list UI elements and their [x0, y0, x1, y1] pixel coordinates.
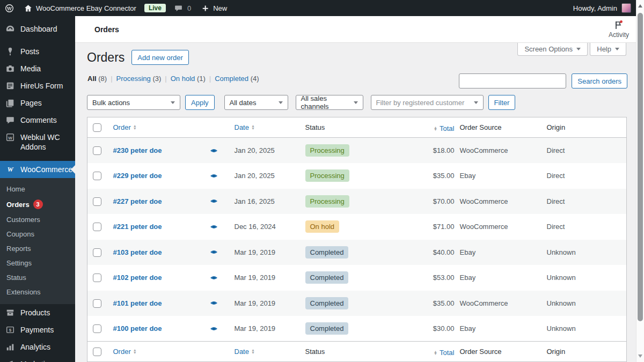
order-total: $35.00 — [421, 163, 455, 189]
order-origin: Unknown — [539, 240, 627, 265]
all-dates-select[interactable]: All dates — [224, 95, 288, 110]
howdy-account-menu[interactable]: Howdy, Admin — [573, 4, 617, 12]
sidebar-item-webkul-wc-addons[interactable]: W Webkul WC Addons — [0, 129, 75, 156]
row-checkbox[interactable] — [93, 299, 101, 308]
preview-eye-icon[interactable] — [210, 224, 229, 230]
row-checkbox[interactable] — [93, 146, 101, 155]
preview-eye-icon[interactable] — [210, 249, 229, 255]
row-checkbox[interactable] — [93, 324, 101, 333]
screen-options-tab[interactable]: Screen Options — [517, 43, 588, 56]
submenu-item-settings[interactable]: Settings — [0, 256, 75, 270]
form-icon — [5, 81, 15, 91]
order-link[interactable]: #221 peter doe — [113, 223, 162, 231]
submenu-item-reports[interactable]: Reports — [0, 241, 75, 256]
site-link[interactable]: WooCommerce Ebay Connector — [19, 0, 141, 16]
preview-eye-icon[interactable] — [210, 198, 229, 204]
row-checkbox[interactable] — [93, 172, 101, 180]
vertical-scrollbar[interactable] — [636, 0, 644, 362]
order-link[interactable]: #103 peter doe — [113, 248, 162, 256]
order-link[interactable]: #227 peter doe — [113, 197, 162, 205]
sidebar-item-payments[interactable]: $ Payments — [0, 321, 75, 338]
activity-button[interactable]: Activity — [609, 20, 629, 39]
scroll-down-arrow-icon[interactable] — [638, 354, 642, 358]
order-origin: Unknown — [539, 291, 627, 316]
preview-eye-icon[interactable] — [210, 275, 229, 280]
order-link[interactable]: #102 peter doe — [113, 274, 162, 282]
sidebar-item-comments[interactable]: Comments — [0, 112, 75, 129]
sidebar-item-posts[interactable]: Posts — [0, 43, 75, 60]
customer-filter-select[interactable]: Filter by registered customer — [371, 95, 484, 110]
sidebar-item-label: Posts — [20, 47, 39, 56]
bulk-actions-value: Bulk actions — [92, 99, 130, 107]
order-link[interactable]: #101 peter doe — [113, 299, 162, 307]
order-date: Jan 16, 2025 — [229, 189, 300, 215]
view-filter-all[interactable]: All (8) — [87, 75, 107, 83]
preview-eye-icon[interactable] — [210, 173, 229, 179]
new-content-button[interactable]: New — [196, 0, 232, 16]
status-badge: Completed — [305, 322, 349, 335]
user-avatar[interactable] — [621, 3, 631, 13]
order-link[interactable]: #100 peter doe — [113, 324, 162, 333]
sort-by-total-header[interactable]: ▲▼Total — [434, 349, 454, 357]
all-dates-value: All dates — [230, 99, 257, 107]
view-filter-completed[interactable]: Completed (4) — [215, 75, 259, 83]
sales-channels-select[interactable]: All sales channels — [296, 95, 363, 110]
help-tab[interactable]: Help — [590, 43, 626, 56]
sort-by-order-header[interactable]: Order▲▼ — [113, 348, 137, 356]
table-body: #230 peter doe Jan 20, 2025 Processing $… — [87, 138, 627, 342]
submenu-item-status[interactable]: Status — [0, 270, 75, 285]
select-all-checkbox[interactable] — [93, 123, 101, 132]
row-checkbox[interactable] — [93, 248, 101, 257]
order-link[interactable]: #230 peter doe — [113, 146, 162, 154]
main-content: Orders Activity Screen Options Help Orde… — [75, 16, 644, 362]
pushpin-icon — [5, 47, 15, 56]
filters-toolbar: Bulk actions Apply All dates All sales c… — [87, 95, 515, 110]
sidebar-item-dashboard[interactable]: Dashboard — [0, 20, 75, 38]
apply-button[interactable]: Apply — [185, 95, 215, 110]
preview-eye-icon[interactable] — [210, 148, 229, 153]
payments-icon: $ — [5, 325, 15, 335]
sort-by-order-header[interactable]: Order▲▼ — [113, 123, 137, 131]
sidebar-item-hireus-form[interactable]: HireUs Form — [0, 77, 75, 94]
submenu-item-coupons[interactable]: Coupons — [0, 227, 75, 241]
select-all-checkbox[interactable] — [93, 348, 101, 356]
sidebar-item-marketing[interactable]: Marketing — [0, 356, 75, 362]
sidebar-item-woocommerce[interactable]: W WooCommerce — [0, 161, 75, 178]
submenu-item-home[interactable]: Home — [0, 182, 75, 196]
submenu-item-extensions[interactable]: Extensions — [0, 285, 75, 299]
filter-button[interactable]: Filter — [488, 95, 516, 110]
order-origin: Direct — [539, 138, 627, 164]
comments-shortcut[interactable]: 0 — [169, 0, 196, 16]
sort-by-total-header[interactable]: ▲▼Total — [434, 124, 454, 132]
order-date: Jan 20, 2025 — [229, 138, 300, 164]
sales-channels-value: All sales channels — [301, 94, 349, 110]
sidebar-item-pages[interactable]: Pages — [0, 94, 75, 112]
add-new-order-button[interactable]: Add new order — [131, 50, 189, 65]
row-checkbox[interactable] — [93, 223, 101, 231]
row-checkbox[interactable] — [93, 197, 101, 206]
wordpress-logo-icon[interactable] — [0, 0, 19, 16]
woocommerce-icon: W — [5, 165, 15, 174]
order-link[interactable]: #229 peter doe — [113, 172, 162, 180]
search-orders-input[interactable] — [459, 73, 566, 88]
view-filter-on-hold[interactable]: On hold (1) — [171, 75, 206, 83]
sidebar-item-analytics[interactable]: Analytics — [0, 338, 75, 356]
sort-by-date-header[interactable]: Date▲▼ — [235, 348, 255, 356]
submenu-item-orders[interactable]: Orders 3 — [0, 196, 75, 212]
submenu-item-customers[interactable]: Customers — [0, 212, 75, 227]
preview-eye-icon[interactable] — [210, 326, 229, 331]
dashboard-icon — [5, 24, 15, 34]
scroll-up-arrow-icon[interactable] — [638, 4, 642, 8]
search-orders-button[interactable]: Search orders — [572, 73, 627, 88]
activity-label: Activity — [609, 31, 629, 39]
scrollbar-thumb[interactable] — [638, 13, 643, 321]
sort-by-date-header[interactable]: Date▲▼ — [235, 123, 255, 131]
webkul-addons-icon: W — [5, 132, 15, 142]
bulk-actions-select[interactable]: Bulk actions — [87, 95, 180, 110]
view-filter-processing[interactable]: Processing (3) — [116, 75, 162, 83]
sidebar-item-media[interactable]: Media — [0, 60, 75, 77]
sidebar-item-products[interactable]: Products — [0, 304, 75, 321]
preview-eye-icon[interactable] — [210, 300, 229, 306]
row-checkbox[interactable] — [93, 274, 101, 282]
submenu-label: Coupons — [6, 230, 34, 238]
